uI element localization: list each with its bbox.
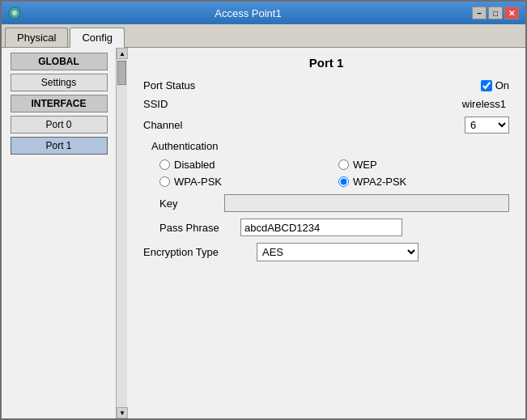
scroll-track xyxy=(117,87,127,407)
passphrase-input[interactable] xyxy=(240,218,402,236)
key-input[interactable] xyxy=(224,194,509,212)
passphrase-label: Pass Phrase xyxy=(159,222,240,234)
scroll-up-button[interactable]: ▲ xyxy=(117,48,128,59)
section-title: Port 1 xyxy=(143,56,509,70)
ssid-label: SSID xyxy=(143,98,273,110)
auth-wpapsk-label: WPA-PSK xyxy=(174,176,222,188)
scroll-down-button[interactable]: ▼ xyxy=(117,407,128,418)
auth-title: Authentication xyxy=(151,140,509,152)
port-status-on-label: On xyxy=(495,79,509,91)
auth-wpapsk-item: WPA-PSK xyxy=(159,176,330,188)
svg-point-1 xyxy=(12,11,17,15)
auth-disabled-label: Disabled xyxy=(174,159,215,171)
port-status-row: Port Status On xyxy=(143,79,509,91)
auth-disabled-item: Disabled xyxy=(159,159,330,171)
channel-select[interactable]: 6 1 2 3 4 5 7 8 9 10 11 xyxy=(465,117,509,134)
encryption-select[interactable]: AES TKIP xyxy=(257,243,419,261)
content-area: GLOBAL Settings INTERFACE Port 0 Port 1 … xyxy=(2,48,525,418)
auth-section: Authentication Disabled WEP WPA-PSK xyxy=(151,140,509,236)
title-bar: Access Point1 – □ ✕ xyxy=(2,2,525,24)
auth-wpa2psk-radio[interactable] xyxy=(338,176,349,187)
sidebar-settings-button[interactable]: Settings xyxy=(11,74,108,91)
sidebar-global-button[interactable]: GLOBAL xyxy=(11,53,108,70)
close-button[interactable]: ✕ xyxy=(504,6,519,19)
sidebar-inner: GLOBAL Settings INTERFACE Port 0 Port 1 xyxy=(2,48,116,418)
scroll-thumb[interactable] xyxy=(117,61,126,85)
auth-wep-label: WEP xyxy=(353,159,377,171)
tab-bar: Physical Config xyxy=(2,24,525,48)
auth-wep-radio[interactable] xyxy=(338,159,349,170)
channel-label: Channel xyxy=(143,119,273,131)
encryption-row: Encryption Type AES TKIP xyxy=(143,243,509,261)
sidebar-scrollbar[interactable]: ▲ ▼ xyxy=(116,48,127,418)
port-status-check: On xyxy=(481,79,509,91)
main-window: Access Point1 – □ ✕ Physical Config GLOB… xyxy=(0,0,527,420)
key-label: Key xyxy=(159,197,224,210)
window-title: Access Point1 xyxy=(24,7,472,19)
auth-wep-item: WEP xyxy=(338,159,509,171)
key-row: Key xyxy=(159,194,509,212)
passphrase-row: Pass Phrase xyxy=(159,218,509,236)
main-panel: Port 1 Port Status On SSID wireless1 Cha… xyxy=(127,48,525,418)
tab-physical[interactable]: Physical xyxy=(5,28,68,47)
channel-row: Channel 6 1 2 3 4 5 7 8 9 10 11 xyxy=(143,117,509,134)
window-controls: – □ ✕ xyxy=(472,6,519,19)
maximize-button[interactable]: □ xyxy=(488,6,503,19)
sidebar-interface-button[interactable]: INTERFACE xyxy=(11,95,108,112)
sidebar-port1-button[interactable]: Port 1 xyxy=(11,137,108,155)
tab-config[interactable]: Config xyxy=(70,28,125,48)
auth-wpapsk-radio[interactable] xyxy=(159,176,170,187)
auth-radio-group: Disabled WEP WPA-PSK WPA2-PSK xyxy=(159,159,509,188)
sidebar: GLOBAL Settings INTERFACE Port 0 Port 1 … xyxy=(2,48,127,418)
sidebar-port0-button[interactable]: Port 0 xyxy=(11,116,108,134)
port-status-checkbox[interactable] xyxy=(481,80,492,91)
encryption-label: Encryption Type xyxy=(143,246,257,258)
auth-wpa2psk-item: WPA2-PSK xyxy=(338,176,509,188)
minimize-button[interactable]: – xyxy=(472,6,487,19)
auth-disabled-radio[interactable] xyxy=(159,159,170,170)
ssid-row: SSID wireless1 xyxy=(143,98,509,110)
auth-wpa2psk-label: WPA2-PSK xyxy=(353,176,406,188)
ssid-value: wireless1 xyxy=(462,98,509,110)
port-status-label: Port Status xyxy=(143,79,273,91)
app-icon xyxy=(8,6,21,19)
